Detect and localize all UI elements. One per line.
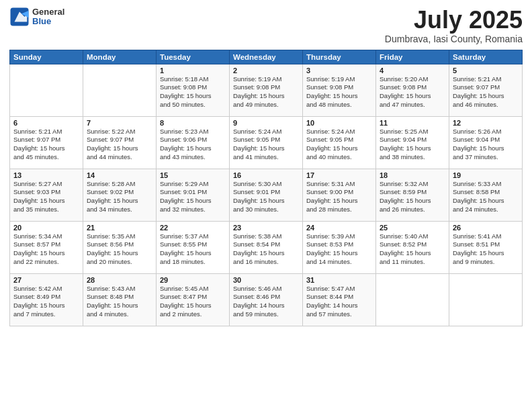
calendar-cell [83, 64, 157, 116]
calendar-cell: 10Sunrise: 5:24 AM Sunset: 9:05 PM Dayli… [303, 116, 376, 169]
title-block: July 2025 Dumbrava, Iasi County, Romania [385, 7, 523, 44]
day-info: Sunrise: 5:25 AM Sunset: 9:04 PM Dayligh… [380, 128, 445, 162]
calendar-cell: 27Sunrise: 5:42 AM Sunset: 8:49 PM Dayli… [10, 273, 83, 326]
day-number: 25 [380, 224, 445, 232]
day-info: Sunrise: 5:27 AM Sunset: 9:03 PM Dayligh… [13, 180, 79, 214]
day-number: 18 [380, 171, 445, 179]
day-number: 1 [160, 66, 226, 75]
month-title: July 2025 [385, 7, 523, 34]
weekday-header-tuesday: Tuesday [157, 50, 230, 64]
calendar-cell: 22Sunrise: 5:37 AM Sunset: 8:55 PM Dayli… [157, 221, 230, 273]
day-number: 23 [233, 224, 299, 232]
calendar-cell: 1Sunrise: 5:18 AM Sunset: 9:08 PM Daylig… [157, 64, 230, 116]
day-info: Sunrise: 5:30 AM Sunset: 9:01 PM Dayligh… [233, 180, 299, 214]
day-number: 2 [233, 66, 299, 75]
day-info: Sunrise: 5:39 AM Sunset: 8:53 PM Dayligh… [306, 232, 372, 267]
calendar-cell: 8Sunrise: 5:23 AM Sunset: 9:06 PM Daylig… [157, 116, 230, 169]
calendar-cell: 25Sunrise: 5:40 AM Sunset: 8:52 PM Dayli… [376, 221, 449, 273]
calendar-cell [10, 64, 83, 116]
day-info: Sunrise: 5:24 AM Sunset: 9:05 PM Dayligh… [306, 128, 372, 162]
calendar-cell: 17Sunrise: 5:31 AM Sunset: 9:00 PM Dayli… [303, 169, 376, 221]
weekday-header-monday: Monday [83, 50, 157, 64]
calendar-cell: 24Sunrise: 5:39 AM Sunset: 8:53 PM Dayli… [303, 221, 376, 273]
logo: General Blue [9, 7, 64, 27]
day-number: 3 [306, 66, 372, 75]
day-number: 13 [13, 171, 79, 179]
calendar-cell: 29Sunrise: 5:45 AM Sunset: 8:47 PM Dayli… [157, 273, 230, 326]
calendar-cell: 18Sunrise: 5:32 AM Sunset: 8:59 PM Dayli… [376, 169, 449, 221]
day-info: Sunrise: 5:28 AM Sunset: 9:02 PM Dayligh… [87, 180, 152, 214]
day-number: 27 [13, 276, 79, 284]
day-number: 21 [87, 224, 152, 232]
day-number: 22 [160, 224, 226, 232]
day-info: Sunrise: 5:47 AM Sunset: 8:44 PM Dayligh… [306, 285, 372, 319]
day-info: Sunrise: 5:23 AM Sunset: 9:06 PM Dayligh… [160, 128, 226, 162]
day-info: Sunrise: 5:21 AM Sunset: 9:07 PM Dayligh… [13, 128, 79, 162]
calendar-cell: 14Sunrise: 5:28 AM Sunset: 9:02 PM Dayli… [83, 169, 157, 221]
day-info: Sunrise: 5:22 AM Sunset: 9:07 PM Dayligh… [87, 128, 152, 162]
day-number: 14 [87, 171, 152, 179]
day-info: Sunrise: 5:42 AM Sunset: 8:49 PM Dayligh… [13, 285, 79, 319]
page-header: General Blue July 2025 Dumbrava, Iasi Co… [9, 7, 523, 44]
day-info: Sunrise: 5:37 AM Sunset: 8:55 PM Dayligh… [160, 232, 226, 267]
day-number: 20 [13, 224, 79, 232]
day-info: Sunrise: 5:19 AM Sunset: 9:08 PM Dayligh… [233, 75, 299, 109]
day-info: Sunrise: 5:38 AM Sunset: 8:54 PM Dayligh… [233, 232, 299, 267]
day-info: Sunrise: 5:41 AM Sunset: 8:51 PM Dayligh… [453, 232, 519, 267]
day-info: Sunrise: 5:32 AM Sunset: 8:59 PM Dayligh… [380, 180, 445, 214]
weekday-header-thursday: Thursday [303, 50, 376, 64]
logo-blue-text: Blue [32, 17, 64, 26]
calendar-cell: 12Sunrise: 5:26 AM Sunset: 9:04 PM Dayli… [449, 116, 523, 169]
day-number: 9 [233, 119, 299, 127]
day-number: 11 [380, 119, 445, 127]
logo-general-text: General [32, 7, 64, 17]
day-info: Sunrise: 5:26 AM Sunset: 9:04 PM Dayligh… [453, 128, 519, 162]
day-info: Sunrise: 5:35 AM Sunset: 8:56 PM Dayligh… [87, 232, 152, 267]
day-number: 29 [160, 276, 226, 284]
day-info: Sunrise: 5:20 AM Sunset: 9:08 PM Dayligh… [380, 75, 445, 109]
day-number: 24 [306, 224, 372, 232]
calendar-cell: 21Sunrise: 5:35 AM Sunset: 8:56 PM Dayli… [83, 221, 157, 273]
day-info: Sunrise: 5:29 AM Sunset: 9:01 PM Dayligh… [160, 180, 226, 214]
day-number: 26 [453, 224, 519, 232]
day-info: Sunrise: 5:34 AM Sunset: 8:57 PM Dayligh… [13, 232, 79, 267]
calendar-cell: 11Sunrise: 5:25 AM Sunset: 9:04 PM Dayli… [376, 116, 449, 169]
day-number: 28 [87, 276, 152, 284]
day-info: Sunrise: 5:19 AM Sunset: 9:08 PM Dayligh… [306, 75, 372, 109]
calendar-cell: 31Sunrise: 5:47 AM Sunset: 8:44 PM Dayli… [303, 273, 376, 326]
day-number: 5 [453, 66, 519, 75]
day-info: Sunrise: 5:45 AM Sunset: 8:47 PM Dayligh… [160, 285, 226, 319]
weekday-header-sunday: Sunday [10, 50, 83, 64]
day-info: Sunrise: 5:40 AM Sunset: 8:52 PM Dayligh… [380, 232, 445, 267]
calendar-cell: 5Sunrise: 5:21 AM Sunset: 9:07 PM Daylig… [449, 64, 523, 116]
calendar-cell: 19Sunrise: 5:33 AM Sunset: 8:58 PM Dayli… [449, 169, 523, 221]
calendar-cell: 13Sunrise: 5:27 AM Sunset: 9:03 PM Dayli… [10, 169, 83, 221]
day-info: Sunrise: 5:24 AM Sunset: 9:05 PM Dayligh… [233, 128, 299, 162]
calendar-cell: 20Sunrise: 5:34 AM Sunset: 8:57 PM Dayli… [10, 221, 83, 273]
day-number: 17 [306, 171, 372, 179]
day-number: 12 [453, 119, 519, 127]
calendar-cell [376, 273, 449, 326]
calendar-cell [449, 273, 523, 326]
calendar-cell: 3Sunrise: 5:19 AM Sunset: 9:08 PM Daylig… [303, 64, 376, 116]
calendar-cell: 23Sunrise: 5:38 AM Sunset: 8:54 PM Dayli… [230, 221, 303, 273]
day-number: 19 [453, 171, 519, 179]
day-info: Sunrise: 5:46 AM Sunset: 8:46 PM Dayligh… [233, 285, 299, 319]
calendar-cell: 16Sunrise: 5:30 AM Sunset: 9:01 PM Dayli… [230, 169, 303, 221]
calendar-cell: 15Sunrise: 5:29 AM Sunset: 9:01 PM Dayli… [157, 169, 230, 221]
calendar-table: SundayMondayTuesdayWednesdayThursdayFrid… [9, 50, 523, 326]
logo-icon [9, 7, 30, 27]
day-number: 30 [233, 276, 299, 284]
calendar-cell: 7Sunrise: 5:22 AM Sunset: 9:07 PM Daylig… [83, 116, 157, 169]
day-number: 15 [160, 171, 226, 179]
calendar-cell: 9Sunrise: 5:24 AM Sunset: 9:05 PM Daylig… [230, 116, 303, 169]
day-info: Sunrise: 5:43 AM Sunset: 8:48 PM Dayligh… [87, 285, 152, 319]
day-info: Sunrise: 5:21 AM Sunset: 9:07 PM Dayligh… [453, 75, 519, 109]
weekday-header-wednesday: Wednesday [230, 50, 303, 64]
calendar-cell: 28Sunrise: 5:43 AM Sunset: 8:48 PM Dayli… [83, 273, 157, 326]
day-number: 4 [380, 66, 445, 75]
day-number: 7 [87, 119, 152, 127]
calendar-cell: 26Sunrise: 5:41 AM Sunset: 8:51 PM Dayli… [449, 221, 523, 273]
calendar-cell: 6Sunrise: 5:21 AM Sunset: 9:07 PM Daylig… [10, 116, 83, 169]
day-number: 16 [233, 171, 299, 179]
